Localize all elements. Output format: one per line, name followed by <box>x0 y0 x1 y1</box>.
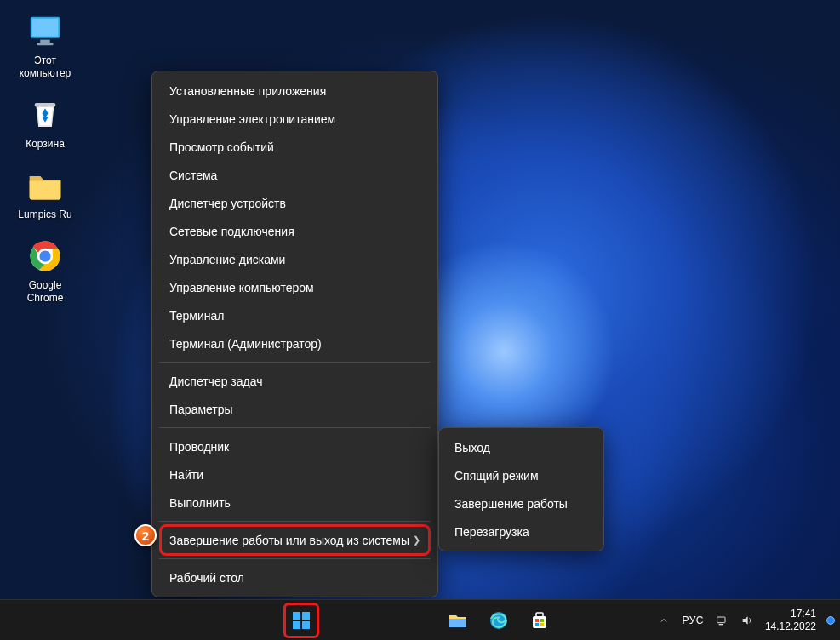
menu-label: Просмотр событий <box>169 140 274 154</box>
menu-task-manager[interactable]: Диспетчер задач <box>152 367 437 395</box>
menu-label: Сетевые подключения <box>169 225 294 238</box>
menu-installed-apps[interactable]: Установленные приложения <box>152 77 437 105</box>
taskbar-store[interactable] <box>523 603 557 637</box>
menu-label: Терминал (Администратор) <box>169 337 322 351</box>
menu-explorer[interactable]: Проводник <box>152 432 437 460</box>
notification-indicator[interactable] <box>826 616 835 625</box>
desktop-icon-chrome[interactable]: Google Chrome <box>12 237 78 305</box>
svg-rect-10 <box>293 621 300 629</box>
winx-context-menu: Установленные приложения Управление элек… <box>151 71 438 597</box>
shutdown-submenu: Выход Спящий режим Завершение работы Пер… <box>438 427 604 551</box>
taskbar-explorer[interactable] <box>441 603 475 637</box>
menu-label: Найти <box>169 468 203 482</box>
svg-rect-21 <box>719 624 723 625</box>
menu-separator <box>159 521 431 522</box>
menu-desktop[interactable]: Рабочий стол <box>152 563 437 591</box>
svg-rect-2 <box>40 40 50 43</box>
chevron-right-icon: ❯ <box>413 534 420 546</box>
taskbar-edge[interactable] <box>482 603 516 637</box>
menu-label: Выполнить <box>169 496 231 510</box>
tray-overflow-button[interactable] <box>656 613 671 628</box>
menu-network-connections[interactable]: Сетевые подключения <box>152 217 437 245</box>
menu-power-options[interactable]: Управление электропитанием <box>152 105 437 133</box>
menu-event-viewer[interactable]: Просмотр событий <box>152 133 437 161</box>
desktop-icon-label: Google Chrome <box>27 279 64 305</box>
menu-run[interactable]: Выполнить <box>152 489 437 517</box>
svg-rect-12 <box>449 619 466 627</box>
svg-rect-15 <box>536 613 543 617</box>
menu-label: Выход <box>454 441 490 454</box>
desktop-icons: Этот компьютер Корзина Lumpics Ru Google… <box>12 12 78 305</box>
menu-system[interactable]: Система <box>152 161 437 189</box>
desktop-icon-label: Корзина <box>26 138 65 151</box>
menu-computer-management[interactable]: Управление компьютером <box>152 273 437 301</box>
menu-label: Проводник <box>169 440 229 454</box>
svg-rect-11 <box>302 621 310 629</box>
monitor-icon <box>26 12 65 51</box>
clock[interactable]: 17:41 14.12.2022 <box>765 608 816 633</box>
svg-rect-1 <box>32 19 59 37</box>
network-icon[interactable] <box>714 613 729 628</box>
menu-shutdown-signout[interactable]: Завершение работы или выход из системы ❯ <box>152 526 437 554</box>
language-indicator[interactable]: РУС <box>682 614 704 626</box>
desktop-icon-label: Lumpics Ru <box>18 209 71 221</box>
submenu-signout[interactable]: Выход <box>439 433 603 461</box>
svg-rect-16 <box>535 619 539 622</box>
desktop-icon-this-pc[interactable]: Этот компьютер <box>12 12 78 80</box>
menu-search[interactable]: Найти <box>152 460 437 489</box>
menu-terminal-admin[interactable]: Терминал (Администратор) <box>152 329 437 357</box>
taskbar-center <box>284 600 557 640</box>
menu-label: Рабочий стол <box>169 571 244 585</box>
menu-label: Перезагрузка <box>454 525 529 539</box>
submenu-shutdown[interactable]: Завершение работы <box>439 489 603 517</box>
annotation-badge-2: 2 <box>134 524 157 546</box>
submenu-restart[interactable]: Перезагрузка <box>439 517 603 546</box>
menu-label: Завершение работы или выход из системы <box>169 534 409 547</box>
taskbar-system-tray: РУС 17:41 14.12.2022 <box>656 600 835 640</box>
menu-label: Диспетчер устройств <box>169 197 286 210</box>
menu-separator <box>159 558 431 559</box>
menu-label: Управление электропитанием <box>169 112 335 126</box>
svg-rect-4 <box>35 103 56 106</box>
submenu-sleep[interactable]: Спящий режим <box>439 461 603 489</box>
menu-separator <box>159 427 431 428</box>
menu-label: Установленные приложения <box>169 84 326 98</box>
svg-rect-17 <box>540 619 544 622</box>
menu-label: Спящий режим <box>454 469 539 483</box>
menu-label: Управление компьютером <box>169 281 314 294</box>
svg-rect-9 <box>302 612 310 620</box>
desktop-icon-folder[interactable]: Lumpics Ru <box>12 166 78 221</box>
menu-label: Параметры <box>169 403 233 416</box>
menu-label: Завершение работы <box>454 497 568 511</box>
svg-rect-8 <box>293 612 300 620</box>
bin-icon <box>26 95 65 134</box>
menu-device-manager[interactable]: Диспетчер устройств <box>152 189 437 217</box>
menu-label: Система <box>169 169 217 182</box>
desktop-icon-recycle-bin[interactable]: Корзина <box>12 95 78 151</box>
svg-rect-3 <box>37 43 53 45</box>
menu-settings[interactable]: Параметры <box>152 395 437 423</box>
svg-rect-20 <box>717 617 725 623</box>
svg-rect-19 <box>540 623 544 626</box>
menu-label: Управление дисками <box>169 253 285 266</box>
volume-icon[interactable] <box>740 613 755 628</box>
chrome-icon <box>26 237 65 276</box>
start-button[interactable] <box>284 603 318 637</box>
menu-separator <box>159 362 431 363</box>
menu-label: Диспетчер задач <box>169 374 263 388</box>
folder-icon <box>26 166 65 205</box>
svg-rect-18 <box>535 623 539 626</box>
menu-terminal[interactable]: Терминал <box>152 301 437 329</box>
menu-label: Терминал <box>169 309 224 323</box>
desktop-icon-label: Этот компьютер <box>20 54 71 80</box>
svg-rect-14 <box>533 616 546 628</box>
date-text: 14.12.2022 <box>765 620 816 633</box>
time-text: 17:41 <box>765 608 816 620</box>
taskbar: РУС 17:41 14.12.2022 <box>0 599 840 640</box>
menu-disk-management[interactable]: Управление дисками <box>152 245 437 273</box>
